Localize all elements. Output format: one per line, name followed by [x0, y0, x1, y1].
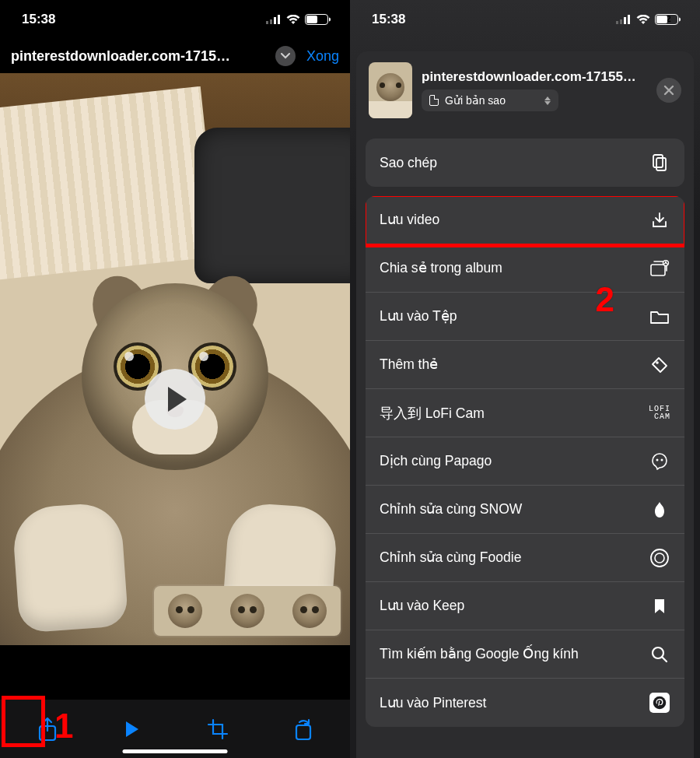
menu-item-pinterest[interactable]: Lưu vào Pinterest: [366, 679, 684, 727]
share-button[interactable]: [30, 711, 65, 747]
battery-icon: 52: [305, 14, 328, 25]
svg-rect-5: [296, 725, 310, 739]
tag-icon: [649, 356, 670, 374]
share-sheet: pinterestdownloader.com-17155… Gửi bản s…: [356, 51, 694, 758]
cellular-icon: [616, 15, 632, 24]
send-copy-label: Gửi bản sao: [445, 94, 506, 107]
status-right: 52: [266, 14, 328, 25]
play-button[interactable]: [145, 369, 205, 430]
battery-icon: 52: [655, 14, 678, 25]
done-button[interactable]: Xong: [302, 48, 339, 65]
menu-item-keep[interactable]: Lưu vào Keep: [366, 582, 684, 630]
menu-item-save-video[interactable]: Lưu video: [366, 196, 684, 244]
svg-rect-6: [616, 21, 618, 24]
menu-item-copy[interactable]: Sao chép: [366, 139, 684, 187]
menu-item-foodie[interactable]: Chỉnh sửa cùng Foodie: [366, 534, 684, 582]
play-icon: [124, 721, 140, 738]
crop-button[interactable]: [200, 711, 236, 747]
menu-item-lofi[interactable]: 导入到 LoFi Cam LOFICAM: [366, 389, 684, 437]
play-toolbar-button[interactable]: [114, 711, 150, 747]
menu-item-google-lens[interactable]: Tìm kiếm bằng Google Ống kính: [366, 630, 684, 679]
close-button[interactable]: [656, 78, 681, 103]
snow-icon: [649, 500, 670, 519]
updown-icon: [544, 97, 551, 105]
sheet-header: pinterestdownloader.com-17155… Gửi bản s…: [356, 51, 694, 129]
papago-icon: [649, 452, 670, 471]
sheet-title: pinterestdownloader.com-17155…: [422, 69, 647, 85]
rotate-button[interactable]: [285, 711, 320, 747]
svg-rect-1: [270, 19, 272, 24]
svg-rect-3: [278, 15, 280, 24]
status-bar: 15:38 52: [0, 0, 350, 39]
svg-point-19: [655, 553, 664, 563]
lofi-icon: LOFICAM: [649, 405, 670, 421]
file-icon: [429, 95, 439, 106]
svg-point-16: [656, 458, 659, 461]
close-icon: [663, 85, 674, 96]
menu-group-main: Lưu video Chia sẻ trong album Lưu vào Tệ…: [366, 196, 684, 727]
foodie-icon: [649, 548, 670, 568]
menu-item-save-files[interactable]: Lưu vào Tệp: [366, 293, 684, 341]
album-share-icon: [649, 260, 670, 277]
menu-group-copy: Sao chép: [366, 139, 684, 187]
crop-icon: [207, 718, 229, 740]
svg-rect-10: [653, 155, 663, 167]
menu-item-snow[interactable]: Chỉnh sửa cùng SNOW: [366, 486, 684, 534]
home-indicator[interactable]: [123, 749, 228, 753]
svg-rect-2: [274, 17, 276, 24]
status-time: 15:38: [22, 12, 55, 27]
title-dropdown[interactable]: [275, 46, 296, 66]
left-screen: 15:38 52 pinterestdownloader.com-1715… X…: [0, 0, 350, 758]
status-time: 15:38: [372, 12, 405, 27]
status-bar: 15:38 52: [350, 0, 700, 39]
svg-rect-12: [651, 265, 665, 275]
svg-rect-9: [628, 15, 630, 24]
thumbnail[interactable]: [154, 586, 216, 636]
menu-item-add-tags[interactable]: Thêm thẻ: [366, 341, 684, 389]
thumbnail[interactable]: [278, 586, 341, 636]
pinterest-icon: [649, 693, 670, 713]
svg-point-15: [656, 361, 659, 364]
copy-icon: [649, 153, 670, 172]
send-copy-button[interactable]: Gửi bản sao: [422, 89, 558, 111]
right-screen: 15:38 52 pinterestdownl: [350, 0, 700, 758]
sheet-thumbnail: [369, 62, 412, 118]
cellular-icon: [266, 15, 282, 24]
frame-thumbnails[interactable]: [152, 584, 342, 637]
svg-point-18: [651, 549, 668, 567]
svg-rect-0: [266, 21, 268, 24]
svg-rect-7: [620, 19, 622, 24]
nav-header: pinterestdownloader.com-1715… Xong: [0, 39, 350, 73]
menu-item-papago[interactable]: Dịch cùng Papago: [366, 437, 684, 486]
menu-item-share-album[interactable]: Chia sẻ trong album: [366, 244, 684, 293]
wifi-icon: [636, 15, 650, 25]
rotate-icon: [292, 718, 313, 741]
bookmark-icon: [649, 598, 670, 615]
svg-point-17: [661, 458, 663, 461]
svg-rect-8: [624, 17, 626, 24]
wifi-icon: [286, 15, 300, 25]
status-right: 52: [616, 14, 678, 25]
chevron-down-icon: [281, 53, 290, 59]
file-title: pinterestdownloader.com-1715…: [11, 48, 269, 65]
share-icon: [37, 717, 58, 742]
play-icon: [168, 387, 187, 412]
svg-rect-11: [656, 158, 666, 170]
download-icon: [649, 211, 670, 230]
thumbnail[interactable]: [216, 586, 278, 636]
folder-icon: [649, 309, 670, 325]
video-preview[interactable]: [0, 73, 350, 645]
search-icon: [649, 645, 670, 664]
